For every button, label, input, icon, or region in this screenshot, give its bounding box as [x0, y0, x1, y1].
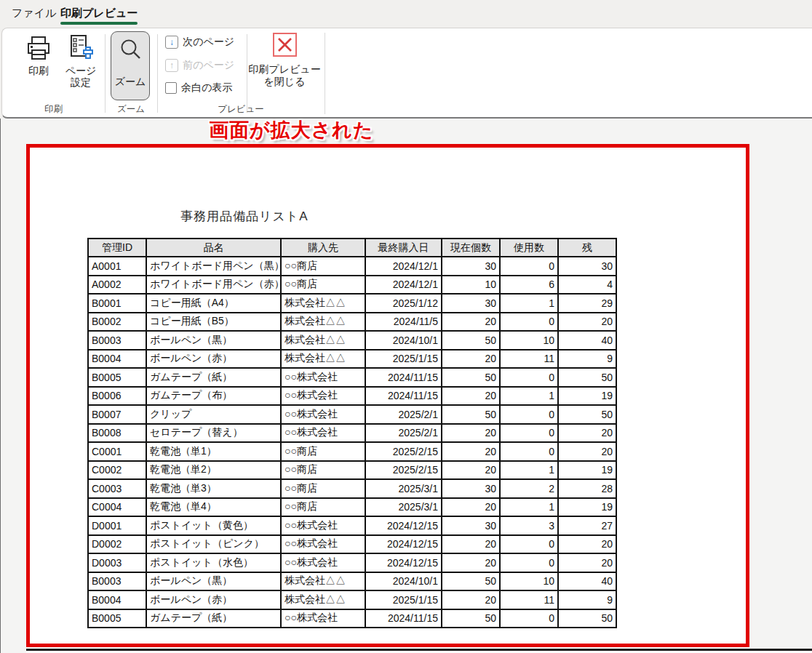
table-cell: ボールペン（赤）	[146, 350, 281, 369]
table-cell: 20	[558, 424, 616, 443]
table-cell: 10	[500, 572, 558, 591]
table-cell: 28	[558, 479, 616, 498]
table-cell: 50	[442, 331, 500, 350]
table-cell: B0003	[88, 331, 146, 350]
table-cell: クリップ	[146, 405, 281, 424]
table-cell: 50	[558, 405, 616, 424]
table-row: B0005ガムテープ（紙）○○株式会社2024/11/1550050	[88, 609, 616, 628]
table-cell: 2025/1/15	[365, 350, 442, 369]
table-cell: ○○株式会社	[281, 535, 365, 554]
table-cell: 0	[500, 257, 558, 276]
table-cell: 27	[558, 516, 616, 535]
table-cell: 20	[442, 387, 500, 406]
table-cell: ○○商店	[281, 276, 365, 295]
table-cell: 2024/12/15	[365, 535, 442, 554]
table-cell: 9	[558, 590, 616, 609]
printer-icon	[24, 34, 53, 63]
tab-print-preview[interactable]: 印刷プレビュー	[60, 7, 138, 20]
table-cell: 2024/12/15	[365, 553, 442, 572]
group-separator	[325, 33, 325, 114]
table-cell: ボールペン（赤）	[146, 590, 281, 609]
page-setup-label-line2: 設定	[71, 76, 91, 88]
table-cell: 乾電池（単2）	[146, 461, 281, 480]
table-cell: 2024/11/15	[365, 368, 442, 387]
table-cell: 2025/1/15	[365, 590, 442, 609]
prev-page-button[interactable]: ↑ 前のページ	[165, 59, 234, 72]
table-cell: 株式会社△△	[281, 590, 365, 609]
table-cell: ○○商店	[281, 461, 365, 480]
table-cell: ○○商店	[281, 498, 365, 517]
table-cell: 10	[500, 331, 558, 350]
tab-file[interactable]: ファイル	[12, 7, 56, 20]
table-cell: ポストイット（黄色）	[146, 516, 281, 535]
table-cell: 30	[442, 257, 500, 276]
column-header: 購入先	[281, 239, 365, 257]
table-cell: 50	[442, 572, 500, 591]
column-header: 使用数	[500, 239, 558, 257]
preview-page[interactable]: 事務用品備品リストA 管理ID品名購入先最終購入日現在個数使用数残 A0001ホ…	[26, 144, 749, 649]
table-cell: 40	[558, 331, 616, 350]
print-button-label: 印刷	[28, 65, 49, 76]
column-header: 残	[558, 239, 616, 257]
table-cell: 20	[558, 442, 616, 461]
table-cell: 0	[500, 405, 558, 424]
table-cell: 11	[500, 590, 558, 609]
table-header-row: 管理ID品名購入先最終購入日現在個数使用数残	[88, 239, 616, 257]
table-cell: A0001	[88, 257, 146, 276]
table-cell: 0	[500, 313, 558, 332]
table-cell: 20	[442, 350, 500, 369]
table-cell: ホワイトボード用ペン（黒）	[146, 257, 281, 276]
table-cell: A0002	[88, 276, 146, 295]
table-cell: 2025/2/15	[365, 461, 442, 480]
table-cell: 0	[500, 553, 558, 572]
column-header: 管理ID	[88, 239, 146, 257]
red-x-icon	[273, 33, 297, 57]
table-cell: B0005	[88, 609, 146, 628]
zoom-button-label: ズーム	[115, 76, 146, 89]
table-cell: 2025/3/1	[365, 479, 442, 498]
page-setup-button[interactable]: ページ 設定	[60, 34, 102, 88]
print-button[interactable]: 印刷	[17, 34, 60, 76]
table-cell: セロテープ（替え）	[146, 424, 281, 443]
next-page-button[interactable]: ↓ 次のページ	[165, 36, 234, 49]
table-cell: 20	[442, 424, 500, 443]
table-row: A0002ホワイトボード用ペン（赤）○○商店2024/12/11064	[88, 276, 616, 295]
zoom-button[interactable]: ズーム	[111, 31, 150, 100]
table-row: B0003ボールペン（黒）株式会社△△2024/10/1501040	[88, 572, 616, 591]
table-cell: C0004	[88, 498, 146, 517]
inventory-table: 管理ID品名購入先最終購入日現在個数使用数残 A0001ホワイトボード用ペン（黒…	[87, 238, 617, 628]
group-label-preview: プレビュー	[157, 103, 325, 116]
table-cell: D0003	[88, 553, 146, 572]
table-cell: ○○株式会社	[281, 609, 365, 628]
table-cell: C0001	[88, 442, 146, 461]
table-cell: 0	[500, 368, 558, 387]
table-cell: 1	[500, 461, 558, 480]
table-row: B0008セロテープ（替え）○○株式会社2025/2/120020	[88, 424, 616, 443]
table-cell: 50	[442, 609, 500, 628]
table-cell: 株式会社△△	[281, 350, 365, 369]
table-cell: ボールペン（黒）	[146, 331, 281, 350]
show-margins-toggle[interactable]: 余白の表示	[165, 81, 232, 95]
table-cell: 2024/11/5	[365, 313, 442, 332]
table-cell: 40	[558, 572, 616, 591]
table-cell: 20	[442, 498, 500, 517]
table-cell: 30	[558, 257, 616, 276]
table-cell: 2025/2/1	[365, 405, 442, 424]
page-setup-icon	[66, 34, 95, 63]
table-cell: 0	[500, 424, 558, 443]
table-cell: 20	[442, 442, 500, 461]
table-row: B0004ボールペン（赤）株式会社△△2025/1/1520119	[88, 350, 616, 369]
table-cell: B0007	[88, 405, 146, 424]
close-print-preview-button[interactable]: 印刷プレビュー を閉じる	[247, 33, 322, 88]
table-cell: B0004	[88, 590, 146, 609]
table-cell: 株式会社△△	[281, 331, 365, 350]
table-cell: 20	[558, 313, 616, 332]
table-cell: 30	[442, 516, 500, 535]
table-cell: B0005	[88, 368, 146, 387]
table-cell: D0001	[88, 516, 146, 535]
column-header: 現在個数	[442, 239, 500, 257]
show-margins-checkbox[interactable]	[165, 82, 177, 94]
table-cell: 2	[500, 479, 558, 498]
annotation-text: 画面が拡大された	[209, 117, 374, 143]
table-row: D0002ポストイット（ピンク）○○株式会社2024/12/1520020	[88, 535, 616, 554]
